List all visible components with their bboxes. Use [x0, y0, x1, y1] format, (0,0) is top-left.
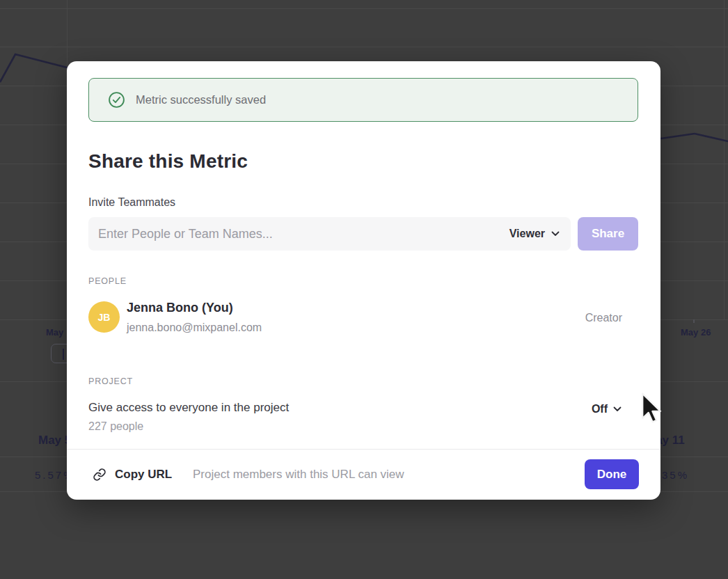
- role-dropdown[interactable]: Viewer: [509, 217, 560, 251]
- share-modal-dialog: Metric successfully saved Share this Met…: [67, 61, 660, 500]
- footer-divider: [67, 449, 660, 450]
- toast-message: Metric successfully saved: [136, 93, 266, 106]
- table-value-right: 35%: [662, 469, 689, 481]
- x-axis-label-right: May 26: [681, 327, 711, 338]
- invite-people-input[interactable]: [88, 217, 478, 251]
- member-name: Jenna Bono (You): [127, 301, 233, 315]
- project-access-label: Give access to everyone in the project: [88, 401, 289, 415]
- avatar: JB: [88, 301, 120, 333]
- x-axis-label-left: May: [46, 327, 63, 338]
- member-email: jenna.bono@mixpanel.com: [127, 322, 262, 334]
- legend-chip-glyph: [63, 349, 64, 360]
- invite-teammates-label: Invite Teammates: [88, 196, 175, 209]
- x-axis-tick: [693, 319, 695, 323]
- screen: May May 26 May 5 May 11 5.57% 35% Metric…: [0, 0, 728, 579]
- modal-title: Share this Metric: [88, 150, 248, 173]
- project-access-dropdown-value: Off: [592, 403, 608, 415]
- success-toast: Metric successfully saved: [88, 78, 638, 122]
- check-circle-icon: [108, 91, 125, 109]
- chevron-down-icon: [551, 231, 560, 237]
- line-series-right-segment: [651, 134, 728, 141]
- project-access-dropdown[interactable]: Off: [592, 401, 622, 418]
- line-series-left-segment: [0, 54, 70, 82]
- link-icon: [93, 468, 106, 482]
- project-section-heading: PROJECT: [88, 376, 133, 386]
- invite-field-container: Viewer: [88, 217, 571, 251]
- people-section-heading: PEOPLE: [88, 276, 127, 286]
- chevron-down-icon: [613, 406, 622, 412]
- done-button[interactable]: Done: [585, 459, 639, 489]
- share-url-hint: Project members with this URL can view: [193, 468, 404, 482]
- share-button[interactable]: Share: [578, 217, 638, 251]
- member-role-badge: Creator: [585, 312, 622, 324]
- mouse-cursor: [641, 392, 665, 425]
- copy-url-button[interactable]: Copy URL: [93, 463, 172, 486]
- project-member-count: 227 people: [88, 420, 143, 433]
- copy-url-label: Copy URL: [115, 468, 172, 482]
- role-dropdown-value: Viewer: [509, 228, 545, 240]
